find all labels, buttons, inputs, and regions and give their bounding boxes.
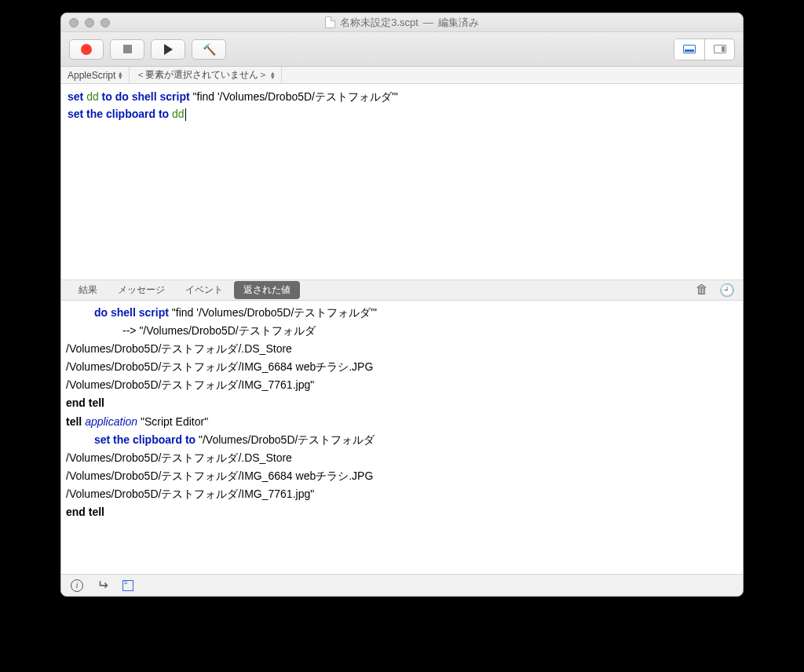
code-line: set the clipboard to dd: [68, 106, 736, 123]
log-line: do shell script "find '/Volumes/Drobo5D/…: [66, 304, 738, 322]
log-line: /Volumes/Drobo5D/テストフォルダ/IMG_7761.jpg": [66, 485, 738, 503]
code-editor[interactable]: set dd to do shell script "find '/Volume…: [61, 84, 743, 280]
log-arg: "find '/Volumes/Drobo5D/テストフォルダ'": [169, 306, 377, 319]
tab-result[interactable]: 結果: [69, 281, 107, 299]
log-line: --> "/Volumes/Drobo5D/テストフォルダ: [66, 322, 738, 340]
trash-icon[interactable]: 🗑: [696, 283, 708, 298]
stop-button[interactable]: [110, 39, 144, 60]
show-sidebar-button[interactable]: [704, 39, 734, 60]
command: set the clipboard to: [68, 108, 169, 120]
document-icon: [325, 16, 335, 28]
script-editor-window: 名称未設定3.scpt — 編集済み 🔨 AppleScript ▴▾ ＜要素が…: [60, 13, 744, 597]
tab-event[interactable]: イベント: [176, 281, 232, 299]
language-label: AppleScript: [68, 70, 115, 81]
chevron-updown-icon: ▴▾: [119, 71, 122, 79]
title-sep: —: [423, 16, 433, 28]
toolbar: 🔨: [61, 32, 743, 67]
footer-bar: i ↵ ≡: [61, 574, 743, 596]
title-filename: 名称未設定3.scpt: [340, 16, 418, 30]
show-log-button[interactable]: [674, 39, 704, 60]
log-line: /Volumes/Drobo5D/テストフォルダ/.DS_Store: [66, 340, 738, 358]
compile-button[interactable]: 🔨: [192, 39, 226, 60]
stop-icon: [123, 45, 132, 53]
log-line: set the clipboard to "/Volumes/Drobo5D/テ…: [66, 431, 738, 449]
keyword: set: [68, 90, 83, 103]
code-line: set dd to do shell script "find '/Volume…: [68, 89, 736, 106]
log-arg: "/Volumes/Drobo5D/テストフォルダ: [196, 433, 375, 446]
string-literal: "find '/Volumes/Drobo5D/テストフォルダ'": [193, 90, 398, 103]
variable: dd: [172, 108, 185, 120]
log-text: "/Volumes/Drobo5D/テストフォルダ: [137, 324, 316, 337]
minimize-icon[interactable]: [85, 18, 94, 27]
clock-icon[interactable]: 🕘: [719, 283, 735, 298]
tab-returned[interactable]: 返された値: [234, 281, 300, 299]
log-arg: "Script Editor": [137, 415, 208, 428]
keyword: to: [102, 90, 112, 103]
titlebar: 名称未設定3.scpt — 編集済み: [61, 13, 743, 32]
element-hint: ＜要素が選択されていません＞: [136, 68, 268, 82]
close-icon[interactable]: [69, 18, 79, 27]
chevron-updown-icon: ▴▾: [271, 71, 275, 79]
log-line: /Volumes/Drobo5D/テストフォルダ/IMG_7761.jpg": [66, 376, 738, 394]
view-toggle: [674, 38, 735, 60]
play-icon: [164, 44, 173, 55]
record-button[interactable]: [69, 39, 104, 60]
traffic-lights: [69, 18, 110, 27]
window-title: 名称未設定3.scpt — 編集済み: [61, 16, 743, 30]
sidebar-icon: [714, 45, 726, 53]
hammer-icon: 🔨: [203, 43, 216, 56]
element-selector[interactable]: ＜要素が選択されていません＞ ▴▾: [130, 67, 282, 83]
log-class: application: [85, 415, 137, 428]
tab-message[interactable]: メッセージ: [108, 281, 174, 299]
log-command: do shell script: [94, 306, 169, 319]
log-pane-icon: [683, 45, 696, 53]
log-line: /Volumes/Drobo5D/テストフォルダ/IMG_6684 webチラシ…: [66, 358, 738, 376]
log-line: end tell: [66, 394, 738, 412]
log-tabs: 結果 メッセージ イベント 返された値 🗑 🕘: [61, 280, 743, 301]
navigator-bar: AppleScript ▴▾ ＜要素が選択されていません＞ ▴▾: [61, 67, 743, 84]
log-line: /Volumes/Drobo5D/テストフォルダ/IMG_6684 webチラシ…: [66, 467, 738, 485]
log-output[interactable]: do shell script "find '/Volumes/Drobo5D/…: [61, 301, 743, 574]
description-toggle-button[interactable]: ≡: [122, 580, 133, 591]
record-icon: [81, 44, 92, 55]
log-command: set the clipboard to: [94, 433, 196, 446]
replies-toggle-button[interactable]: ↵: [97, 577, 108, 593]
zoom-icon[interactable]: [100, 18, 110, 27]
log-line: tell application "Script Editor": [66, 413, 738, 431]
command: do shell script: [115, 90, 190, 103]
text-cursor: [185, 108, 186, 121]
run-button[interactable]: [151, 39, 185, 60]
accessibility-info-button[interactable]: i: [71, 579, 83, 592]
log-line: end tell: [66, 503, 738, 521]
title-status: 編集済み: [438, 16, 479, 30]
variable: dd: [86, 90, 99, 103]
log-arrow: -->: [122, 324, 137, 337]
language-selector[interactable]: AppleScript ▴▾: [61, 67, 130, 83]
log-keyword: tell: [66, 415, 82, 428]
log-line: /Volumes/Drobo5D/テストフォルダ/.DS_Store: [66, 449, 738, 467]
